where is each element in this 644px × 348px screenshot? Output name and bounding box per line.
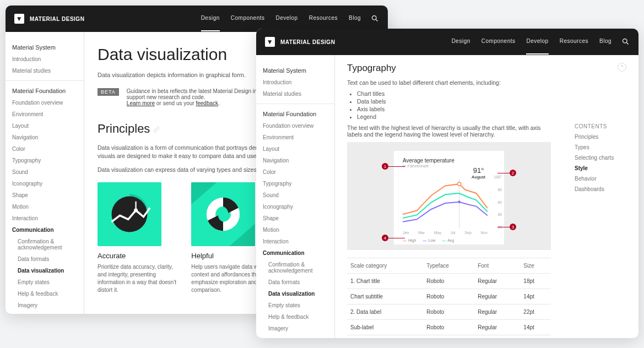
feedback-link[interactable]: feedback — [196, 100, 218, 106]
legend-high: High — [403, 238, 416, 242]
logo-icon: ▼ — [14, 14, 24, 24]
sidebar-introduction[interactable]: Introduction — [12, 56, 84, 62]
toc-types[interactable]: Types — [575, 144, 630, 150]
sidebar-data-formats[interactable]: Data formats — [268, 279, 334, 285]
nav-blog[interactable]: Blog — [599, 38, 611, 46]
app-header: ▼ MATERIAL DESIGN Design Components Deve… — [256, 29, 638, 55]
toc-dashboards[interactable]: Dashboards — [575, 186, 630, 192]
nav-develop[interactable]: Develop — [275, 15, 297, 23]
sidebar-typography[interactable]: Typography — [12, 157, 84, 164]
annotation-3: 3 — [510, 224, 516, 230]
sidebar-material-studies[interactable]: Material studies — [263, 91, 334, 97]
nav-develop[interactable]: Develop — [526, 38, 548, 46]
sidebar-interaction[interactable]: Interaction — [263, 238, 334, 244]
chart-canvas: Average temperature in Fahrenheit 91° Au… — [394, 151, 504, 244]
svg-line-1 — [376, 19, 377, 21]
tooltip-value: 91° — [472, 166, 485, 175]
learn-more-link[interactable]: Learn more — [127, 100, 155, 106]
anchor-link-icon[interactable] — [153, 122, 160, 136]
annotation-4: 4 — [382, 235, 388, 241]
svg-point-0 — [372, 15, 377, 20]
chart-title: Average temperature — [403, 157, 488, 164]
sidebar-imagery[interactable]: Imagery — [268, 325, 334, 331]
bullet-chart-titles: Chart titles — [357, 90, 551, 97]
sidebar-shape[interactable]: Shape — [12, 192, 84, 198]
nav-design[interactable]: Design — [452, 38, 470, 46]
sidebar-empty-states[interactable]: Empty states — [18, 279, 84, 285]
sidebar-imagery[interactable]: Imagery — [18, 302, 84, 308]
annotation-1: 1 — [382, 163, 388, 170]
sidebar-help-feedback[interactable]: Help & feedback — [18, 291, 84, 297]
sidebar-color[interactable]: Color — [263, 169, 334, 175]
sidebar-foundation-overview[interactable]: Foundation overview — [263, 123, 334, 129]
nav-resources[interactable]: Resources — [309, 15, 338, 23]
sidebar-communication[interactable]: Communication — [263, 250, 334, 256]
toc-style[interactable]: Style — [575, 165, 630, 171]
principle-helpful-image — [191, 182, 255, 246]
bullet-axis-labels: Axis labels — [357, 106, 551, 112]
logo-icon: ▼ — [265, 37, 275, 47]
legend-avg: Avg — [442, 238, 454, 242]
nav-components[interactable]: Components — [481, 38, 516, 46]
sidebar-motion[interactable]: Motion — [12, 204, 84, 210]
table-row: 1. Chart titleRobotoRegular18pt — [347, 274, 551, 289]
toc-selecting-charts[interactable]: Selecting charts — [575, 155, 630, 161]
sidebar-section-foundation: Material Foundation — [12, 88, 84, 94]
sidebar-iconography[interactable]: Iconography — [12, 181, 84, 187]
sidebar-navigation[interactable]: Navigation — [12, 134, 84, 140]
sidebar-navigation[interactable]: Navigation — [263, 157, 334, 164]
sidebar-typography[interactable]: Typography — [263, 181, 334, 187]
nav-design[interactable]: Design — [201, 15, 220, 23]
annotation-2: 2 — [510, 170, 516, 176]
bullet-legend: Legend — [357, 113, 551, 120]
principle-accurate-title: Accurate — [98, 252, 182, 260]
sidebar-environment[interactable]: Environment — [263, 134, 334, 140]
sidebar-layout[interactable]: Layout — [263, 146, 334, 152]
sidebar-data-visualization[interactable]: Data visualization — [268, 291, 334, 297]
sidebar-motion[interactable]: Motion — [263, 227, 334, 233]
th-font: Font — [474, 258, 520, 274]
window-data-viz-typography: ▼ MATERIAL DESIGN Design Components Deve… — [256, 29, 638, 338]
left-sidebar: Material System Introduction Material st… — [6, 32, 84, 314]
principle-accurate-image — [98, 182, 161, 246]
sidebar-color[interactable]: Color — [12, 146, 84, 152]
nav-blog[interactable]: Blog — [349, 15, 361, 23]
sidebar-data-formats[interactable]: Data formats — [18, 256, 84, 262]
sidebar-help-feedback[interactable]: Help & feedback — [268, 314, 334, 320]
nav-resources[interactable]: Resources — [560, 38, 588, 46]
collapse-toggle-icon[interactable]: ⌃ — [618, 63, 626, 72]
chart-tooltip: 91° August — [472, 166, 485, 180]
sidebar-interaction[interactable]: Interaction — [12, 215, 84, 221]
sidebar-data-visualization[interactable]: Data visualization — [18, 268, 84, 274]
sidebar-shape[interactable]: Shape — [263, 215, 334, 221]
contents-toc: CONTENTS Principles Types Selecting char… — [575, 123, 630, 197]
beta-text-2: support new research and code. — [127, 94, 205, 100]
sidebar-foundation-overview[interactable]: Foundation overview — [12, 100, 84, 106]
sidebar-sound[interactable]: Sound — [12, 169, 84, 175]
sidebar-environment[interactable]: Environment — [12, 111, 84, 117]
type-scale-table: Scale category Typeface Font Size 1. Cha… — [347, 258, 551, 338]
legend-low: Low — [423, 238, 435, 242]
toc-behavior[interactable]: Behavior — [575, 176, 630, 182]
sidebar-confirmation[interactable]: Confirmation & acknowledgement — [268, 262, 334, 274]
left-sidebar: Material System Introduction Material st… — [256, 55, 335, 338]
brand-name: MATERIAL DESIGN — [280, 39, 335, 45]
sidebar-communication[interactable]: Communication — [12, 227, 84, 233]
sidebar-layout[interactable]: Layout — [12, 123, 84, 129]
search-icon[interactable] — [621, 37, 630, 47]
sidebar-section-foundation: Material Foundation — [263, 111, 334, 117]
typography-bullets: Chart titles Data labels Axis labels Leg… — [347, 90, 551, 120]
sidebar-empty-states[interactable]: Empty states — [268, 302, 334, 308]
sidebar-confirmation[interactable]: Confirmation & acknowledgement — [18, 238, 84, 251]
svg-line-16 — [626, 42, 628, 44]
sidebar-material-studies[interactable]: Material studies — [12, 68, 84, 74]
toc-principles[interactable]: Principles — [575, 134, 630, 140]
nav-components[interactable]: Components — [231, 15, 265, 23]
sidebar-sound[interactable]: Sound — [263, 192, 334, 198]
beta-mid: or send us your — [155, 100, 196, 106]
toc-heading: CONTENTS — [575, 123, 630, 129]
sidebar-iconography[interactable]: Iconography — [263, 204, 334, 210]
table-row: 2. Data labelRobotoRegular22pt — [347, 304, 551, 320]
search-icon[interactable] — [371, 14, 379, 24]
sidebar-introduction[interactable]: Introduction — [263, 79, 334, 85]
